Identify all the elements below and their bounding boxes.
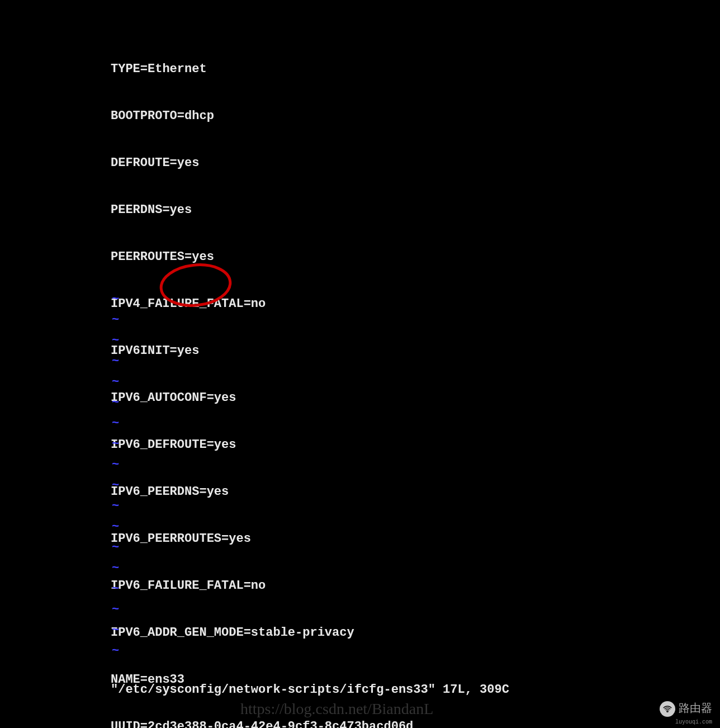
config-line: IPV6_AUTOCONF=yes: [111, 390, 413, 406]
router-icon: [660, 701, 675, 717]
empty-line-tilde: ~: [112, 416, 119, 432]
empty-line-tilde: ~: [112, 499, 119, 514]
config-line: IPV6_DEFROUTE=yes: [111, 437, 413, 453]
empty-line-tilde: ~: [112, 457, 119, 473]
terminal-window[interactable]: TYPE=Ethernet BOOTPROTO=dhcp DEFROUTE=ye…: [0, 0, 720, 728]
config-line: UUID=2cd3e388-0ca4-42e4-9cf3-8c473bacd06…: [111, 719, 413, 728]
empty-line-tilde: ~: [112, 623, 119, 639]
empty-line-tilde: ~: [112, 519, 119, 535]
empty-line-tilde: ~: [112, 354, 119, 370]
watermark-blog-url: https://blog.csdn.net/BiandanL: [240, 701, 433, 717]
empty-line-tilde: ~: [112, 540, 119, 556]
config-line: IPV6_ADDR_GEN_MODE=stable-privacy: [111, 625, 413, 641]
empty-line-tilde: ~: [112, 561, 119, 576]
config-line: PEERROUTES=yes: [111, 249, 413, 265]
empty-line-tilde: ~: [112, 333, 119, 349]
empty-line-tilde: ~: [112, 478, 119, 494]
empty-line-tilde: ~: [112, 375, 119, 390]
config-line: PEERDNS=yes: [111, 202, 413, 218]
config-line: IPV6_FAILURE_FATAL=no: [111, 578, 413, 594]
vi-status-line: "/etc/sysconfig/network-scripts/ifcfg-en…: [111, 682, 509, 698]
config-line: IPV6_PEERDNS=yes: [111, 484, 413, 500]
empty-line-tilde: ~: [112, 292, 119, 308]
config-line: IPV4_FAILURE_FATAL=no: [111, 296, 413, 312]
config-line: IPV6INIT=yes: [111, 343, 413, 359]
empty-line-tilde: ~: [112, 602, 119, 618]
watermark-router: 路由器 luyouqi.com: [660, 701, 712, 717]
empty-line-tilde: ~: [112, 395, 119, 411]
empty-line-tilde: ~: [112, 582, 119, 597]
config-line: TYPE=Ethernet: [111, 62, 413, 77]
watermark-router-sub: luyouqi.com: [675, 715, 712, 728]
empty-line-tilde: ~: [112, 437, 119, 452]
empty-line-tilde: ~: [112, 644, 119, 659]
config-line: IPV6_PEERROUTES=yes: [111, 531, 413, 547]
config-line: BOOTPROTO=dhcp: [111, 108, 413, 124]
file-content[interactable]: TYPE=Ethernet BOOTPROTO=dhcp DEFROUTE=ye…: [111, 30, 413, 728]
empty-line-tilde: ~: [112, 313, 119, 328]
config-line: DEFROUTE=yes: [111, 155, 413, 171]
